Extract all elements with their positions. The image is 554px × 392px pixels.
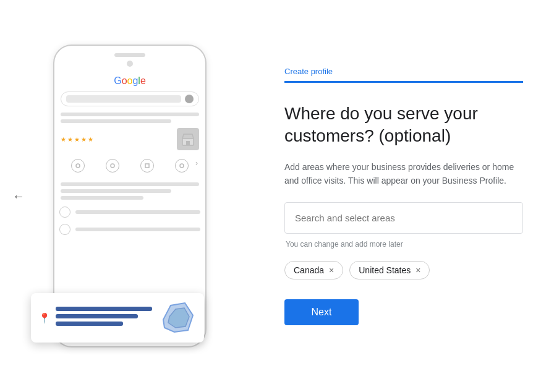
- phone-action-icons: ›: [61, 155, 199, 176]
- us-tag-label: United States: [359, 265, 411, 275]
- form-description: Add areas where your business provides d…: [284, 160, 523, 188]
- right-panel: Create profile Where do you serve your c…: [260, 12, 554, 380]
- back-button[interactable]: ←: [12, 189, 25, 203]
- phone-search-bar: [61, 92, 199, 106]
- left-panel: ← Google: [0, 12, 260, 380]
- svg-point-5: [180, 164, 184, 168]
- next-button[interactable]: Next: [284, 299, 359, 325]
- map-shape: [157, 298, 197, 338]
- svg-point-3: [111, 164, 114, 168]
- phone-stars-row: ★ ★ ★ ★ ★: [61, 128, 199, 150]
- form-heading: Where do you serve your customers? (opti…: [284, 103, 523, 148]
- search-areas-input[interactable]: [284, 202, 523, 234]
- canada-tag: Canada ×: [284, 261, 343, 279]
- svg-rect-1: [186, 141, 190, 145]
- phone-bottom: [54, 207, 205, 235]
- search-field-wrapper: [284, 202, 523, 234]
- card-lines: [56, 307, 152, 329]
- phone-search-input: [66, 95, 181, 103]
- us-tag-remove[interactable]: ×: [416, 266, 420, 275]
- phone-camera: [127, 61, 133, 67]
- phone-screen: Google ★ ★ ★: [54, 72, 205, 207]
- hint-text: You can change and add more later: [284, 240, 523, 249]
- pin-icon: 📍: [38, 312, 51, 324]
- canada-tag-remove[interactable]: ×: [329, 266, 334, 275]
- phone-shop-icon: [177, 128, 199, 150]
- google-logo: Google: [61, 75, 199, 87]
- page-container: ← Google: [0, 0, 554, 392]
- progress-tabs: Create profile: [284, 67, 523, 83]
- phone-chevron: ›: [195, 159, 198, 168]
- phone-content-lines: [61, 113, 199, 123]
- floating-card: 📍: [31, 293, 204, 343]
- tab-label: Create profile: [284, 67, 523, 83]
- tags-row: Canada × United States ×: [284, 261, 523, 279]
- svg-rect-4: [145, 164, 149, 168]
- us-tag: United States ×: [349, 261, 430, 279]
- phone-search-icon: [185, 95, 194, 103]
- svg-point-2: [76, 164, 80, 168]
- phone-speaker: [114, 53, 145, 57]
- phone-more-lines: [61, 182, 199, 200]
- phone-stars: ★ ★ ★ ★ ★: [61, 136, 93, 143]
- canada-tag-label: Canada: [294, 265, 324, 275]
